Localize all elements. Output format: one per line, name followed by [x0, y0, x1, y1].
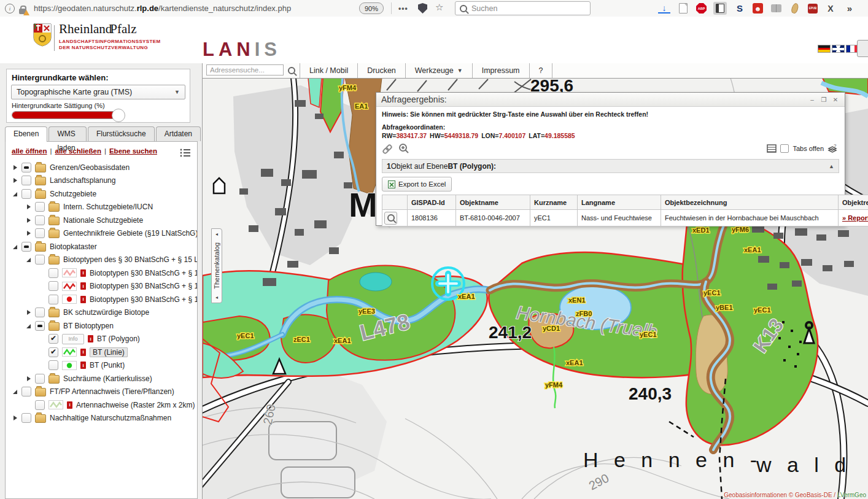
expand-arrow-icon[interactable]	[26, 218, 31, 223]
layer-label[interactable]: BK schutzwürdige Biotope	[63, 308, 149, 317]
tabs-open-checkbox[interactable]	[780, 144, 789, 153]
metadata-icon[interactable]	[80, 362, 86, 369]
layer-checkbox[interactable]	[21, 413, 31, 423]
tree-item[interactable]: BT (Punkt)	[6, 359, 197, 373]
collapse-arrow-icon[interactable]	[13, 389, 18, 394]
layer-checkbox[interactable]	[48, 268, 58, 278]
theme-catalog-tab[interactable]: ◂ Themenkatalog ◂	[211, 228, 222, 303]
table-header-icon[interactable]	[382, 195, 408, 210]
layer-label[interactable]: Biotoptypen des § 30 BNatSchG + § 15 LNa…	[63, 255, 197, 264]
info-button[interactable]: Info	[62, 334, 84, 344]
collapse-arrow-icon[interactable]	[26, 323, 31, 328]
tree-item[interactable]: Artennachweise (Raster 2km x 2km)	[6, 398, 197, 412]
layer-label[interactable]: Artennachweise (Raster 2km x 2km)	[76, 401, 195, 409]
flag-german[interactable]	[818, 45, 831, 53]
epub-extension-icon[interactable]: EPUB	[808, 4, 818, 14]
tree-item[interactable]: InfoBT (Polygon)	[6, 333, 197, 346]
pocket-page-icon[interactable]	[677, 2, 689, 15]
tree-item[interactable]: Nationale Schutzgebiete	[6, 214, 197, 227]
layer-label[interactable]: BT (Polygon)	[97, 335, 140, 343]
layer-checkbox[interactable]	[35, 321, 45, 331]
metadata-icon[interactable]	[80, 349, 86, 356]
close-extension-icon[interactable]: X	[824, 2, 837, 15]
tree-item[interactable]: Biotoptypen §30 BNatSchG + § 15 LNa	[6, 280, 197, 293]
close-icon[interactable]: ✕	[831, 95, 840, 104]
tree-item[interactable]: Biotoptypen §30 BNatSchG + § 15 LNa	[6, 266, 197, 280]
tree-item[interactable]: Intern. Schutzgebiete/IUCN	[6, 201, 197, 214]
layer-label[interactable]: Biotoptypen §30 BNatSchG + § 15 LNa	[90, 295, 197, 304]
expand-arrow-icon[interactable]	[13, 416, 18, 420]
tracking-shield-icon[interactable]	[418, 3, 427, 14]
table-view-icon[interactable]	[767, 144, 777, 153]
zoom-to-feature-button[interactable]	[384, 212, 397, 225]
layer-checkbox[interactable]	[21, 176, 31, 185]
toolbar-button-drucken[interactable]: Drucken	[358, 63, 406, 78]
saturation-slider[interactable]	[12, 111, 125, 119]
minimize-icon[interactable]: –	[808, 95, 816, 104]
expand-arrow-icon[interactable]	[26, 376, 31, 381]
toolbar-button-link-mobil[interactable]: Link / Mobil	[300, 63, 358, 78]
result-section-header[interactable]: 1 Objekt auf Ebene BT (Polygon): ▲	[382, 159, 839, 173]
table-header-Objektbezeichnung[interactable]: Objektbezeichnung	[661, 195, 839, 210]
tree-link-3[interactable]: Ebene suchen	[109, 147, 157, 155]
layer-label[interactable]: Landschaftsplanung	[50, 176, 115, 185]
tree-item[interactable]: Biotopkataster	[6, 240, 197, 253]
layer-label[interactable]: Biotoptypen §30 BNatSchG + § 15 LNa	[90, 269, 197, 277]
book-extension-icon[interactable]	[770, 2, 782, 15]
collapse-section-icon[interactable]: ▲	[829, 163, 834, 169]
table-header-Kurzname[interactable]: Kurzname	[530, 195, 578, 210]
tab-artdaten[interactable]: Artdaten	[156, 126, 201, 141]
layer-checkbox[interactable]	[35, 215, 45, 225]
layer-label[interactable]: Nachhaltige Naturschutzmaßnahmen	[50, 414, 171, 422]
dialog-titlebar[interactable]: Abfrageergebnis: – ❐ ✕	[376, 93, 845, 107]
collapse-arrow-icon[interactable]	[13, 244, 18, 249]
layer-checkbox[interactable]	[48, 334, 58, 344]
url-bar[interactable]: https://geodaten.naturschutz.rlp.de/kart…	[34, 4, 291, 13]
slider-handle[interactable]	[112, 109, 125, 122]
collapse-arrow-icon[interactable]	[13, 191, 18, 196]
table-header-Objektreport[interactable]: Objektreport	[839, 195, 868, 210]
table-header-Langname[interactable]: Langname	[578, 195, 661, 210]
layer-query-icon[interactable]: ?	[827, 143, 839, 154]
layer-checkbox[interactable]	[21, 242, 31, 252]
tree-item[interactable]: BK schutzwürdige Biotope	[6, 306, 197, 320]
toolbar-button-?[interactable]: ?	[530, 63, 553, 78]
expand-arrow-icon[interactable]	[13, 178, 18, 183]
smiley-extension-icon[interactable]: ☻	[753, 3, 763, 14]
layer-checkbox[interactable]	[35, 308, 45, 317]
layer-checkbox[interactable]	[35, 228, 45, 238]
tree-item[interactable]: Landschaftsplanung	[6, 174, 197, 188]
extension-s-icon[interactable]: S	[734, 2, 746, 15]
layer-checkbox[interactable]	[48, 360, 58, 370]
layer-checkbox[interactable]	[35, 400, 45, 410]
table-header-Objektname[interactable]: Objektname	[456, 195, 530, 210]
insecure-lock-icon[interactable]	[19, 9, 26, 14]
tree-item[interactable]: FT/FP Artennachweis (Tiere/Pflanzen)	[6, 385, 197, 399]
tree-item[interactable]: Gentechnikfreie Gebiete (§19 LNatSchG)	[6, 227, 197, 241]
metadata-icon[interactable]	[80, 269, 86, 277]
flag-english[interactable]	[832, 45, 845, 53]
page-info-icon[interactable]: i	[5, 4, 15, 14]
address-search-button[interactable]	[284, 63, 300, 78]
tree-item[interactable]: Grenzen/Geobasisdaten	[6, 161, 197, 174]
feather-extension-icon[interactable]	[789, 2, 801, 15]
layer-checkbox[interactable]	[35, 374, 45, 384]
layer-label[interactable]: Suchräume (Kartierkulisse)	[63, 374, 152, 383]
tab-flurstücksuche[interactable]: Flurstücksuche	[88, 126, 155, 141]
permalink-icon[interactable]	[382, 144, 393, 154]
metadata-icon[interactable]	[67, 401, 72, 409]
metadata-icon[interactable]	[88, 335, 93, 342]
metadata-icon[interactable]	[80, 282, 86, 290]
layer-label[interactable]: Grenzen/Geobasisdaten	[50, 163, 130, 172]
layer-label[interactable]: Gentechnikfreie Gebiete (§19 LNatSchG)	[63, 229, 197, 238]
tree-item[interactable]: BT (Linie)	[6, 346, 197, 359]
layer-list-icon[interactable]	[179, 147, 191, 158]
tab-ebenen[interactable]: Ebenen	[5, 126, 47, 142]
partial-edge-button[interactable]	[857, 40, 868, 57]
layer-label[interactable]: Nationale Schutzgebiete	[63, 216, 143, 225]
zoom-to-result-icon[interactable]	[398, 143, 409, 154]
expand-arrow-icon[interactable]	[26, 310, 31, 315]
layer-label[interactable]: Biotopkataster	[50, 242, 97, 251]
layer-checkbox[interactable]	[48, 295, 58, 304]
layer-label[interactable]: BT Biotoptypen	[63, 322, 114, 330]
